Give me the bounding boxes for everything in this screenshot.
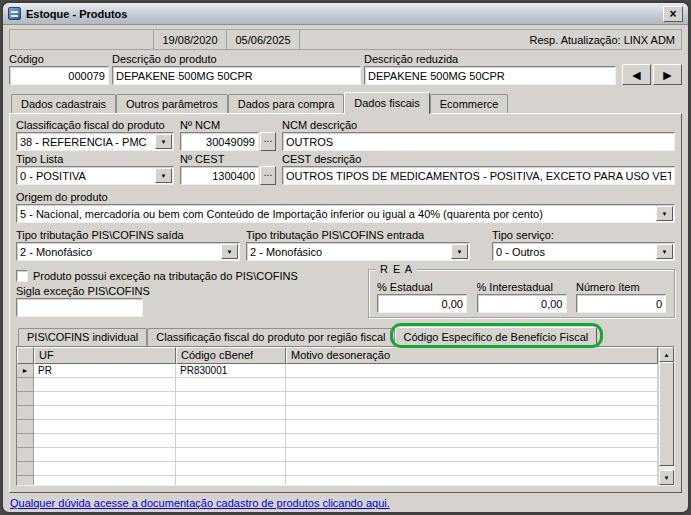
pis-saida-value: 2 - Monofásico [17,243,220,260]
cadastro-date-field[interactable]: 19/08/2020 [154,30,227,49]
codigo-input[interactable] [9,66,109,85]
codigo-label: Código [9,53,109,66]
cest-input[interactable] [180,166,259,185]
excecao-pis-checkbox[interactable] [16,270,28,282]
row-selector-cell [17,392,34,406]
dropdown-button[interactable]: ▼ [221,244,238,259]
numero-item-input[interactable] [576,294,666,313]
cell-cbenef [176,462,286,476]
tipo-servico-value: 0 - Outros [493,243,655,260]
chevron-down-icon: ▼ [161,173,167,179]
descricao-produto-input[interactable] [112,66,361,85]
estoque-produtos-window: Estoque - Produtos × 19/08/2020 05/06/20… [1,1,690,514]
cell-uf [34,406,176,420]
row-selector-cell [17,462,34,476]
cell-cbenef[interactable]: PR830001 [176,364,286,378]
cell-uf [34,462,176,476]
window-title: Estoque - Produtos [26,8,127,20]
subtab-classificacao-regiao-fiscal[interactable]: Classificação fiscal do produto por regi… [147,328,394,346]
subtab-codigo-beneficio-fiscal[interactable]: Código Específico de Benefício Fiscal [395,327,598,347]
scroll-up-button[interactable]: ▲ [659,347,674,362]
tipo-servico-select[interactable]: 0 - Outros ▼ [492,242,675,261]
dados-fiscais-panel: Classificação fiscal do produto 38 - REF… [9,113,682,493]
grid-header-motivo[interactable]: Motivo desoneração [286,347,658,364]
row-selector-cell [17,448,34,462]
origem-produto-label: Origem do produto [16,191,675,204]
titlebar[interactable]: Estoque - Produtos × [3,3,688,25]
origem-produto-select[interactable]: 5 - Nacional, mercadoria ou bem com Cont… [16,204,675,223]
product-identification-row: Código Descrição do produto Descrição re… [9,53,682,85]
cell-motivo [286,462,658,476]
grid-row-selected[interactable]: ► PR PR830001 [17,364,658,378]
cell-motivo[interactable] [286,364,658,378]
chevron-down-icon: ▼ [457,249,463,255]
tab-outros-parametros[interactable]: Outros parâmetros [116,94,228,113]
classificacao-fiscal-select[interactable]: 38 - REFERENCIA - PMC ▼ [16,132,174,151]
documentation-link[interactable]: Qualquer dúvida acesse a documentação ca… [10,497,390,509]
chevron-down-icon: ▼ [161,139,167,145]
grid-row-empty[interactable] [17,406,658,420]
ncm-descricao-label: NCM descrição [282,119,675,132]
grid-row-empty[interactable] [17,420,658,434]
ncm-input[interactable] [180,132,259,151]
dropdown-button[interactable]: ▼ [656,206,673,221]
descricao-reduzida-input[interactable] [364,66,616,85]
sigla-excecao-input[interactable] [16,298,143,317]
cest-descricao-input[interactable] [282,166,675,185]
origem-produto-value: 5 - Nacional, mercadoria ou bem com Cont… [17,205,655,222]
cell-cbenef [176,378,286,392]
pis-saida-select[interactable]: 2 - Monofásico ▼ [16,242,240,261]
window-content: 19/08/2020 05/06/2025 Resp. Atualização:… [3,25,688,512]
grid-header-cbenef[interactable]: Código cBenef [176,347,286,364]
cell-motivo [286,434,658,448]
scroll-thumb[interactable] [659,362,674,466]
atualizacao-date-field[interactable]: 05/06/2025 [227,30,300,49]
fiscal-subtabs: PIS\COFINS individual Classificação fisc… [16,327,675,346]
dropdown-button[interactable]: ▼ [656,244,673,259]
cell-cbenef [176,434,286,448]
tab-ecommerce[interactable]: Ecommerce [430,94,509,113]
dropdown-button[interactable]: ▼ [155,168,172,183]
classificacao-fiscal-value: 38 - REFERENCIA - PMC [17,133,154,150]
close-button[interactable]: × [663,6,683,22]
ncm-lookup-button[interactable]: ... [260,132,276,151]
grid-header-selector [17,347,34,364]
ncm-label: Nº NCM [180,119,276,132]
arrow-right-icon: ► [661,68,675,82]
pis-entrada-select[interactable]: 2 - Monofásico ▼ [246,242,470,261]
cell-uf [34,392,176,406]
grid-header-uf[interactable]: UF [34,347,176,364]
grid-row-empty[interactable] [17,434,658,448]
resp-atualizacao-label: Resp. Atualização: LINX ADM [300,30,681,49]
grid-row-empty[interactable] [17,448,658,462]
ncm-descricao-input[interactable] [282,132,675,151]
scroll-up-icon: ▲ [664,352,670,358]
previous-record-button[interactable]: ◄ [622,64,651,85]
grid-row-empty[interactable] [17,476,658,485]
cell-uf [34,378,176,392]
cest-lookup-button[interactable]: ... [260,166,276,185]
tipo-lista-select[interactable]: 0 - POSITIVA ▼ [16,166,174,185]
scroll-down-button[interactable]: ▼ [659,470,674,485]
interestadual-input[interactable] [477,294,567,313]
next-record-button[interactable]: ► [653,64,682,85]
cell-uf[interactable]: PR [34,364,176,378]
grid-header: UF Código cBenef Motivo desoneração [17,347,658,364]
tab-dados-fiscais[interactable]: Dados fiscais [344,92,429,114]
grid-row-empty[interactable] [17,462,658,476]
grid-row-empty[interactable] [17,392,658,406]
record-navigation: ◄ ► [619,64,682,85]
tab-dados-para-compra[interactable]: Dados para compra [228,94,345,113]
estadual-input[interactable] [377,294,467,313]
vertical-scrollbar[interactable]: ▲ ▼ [658,347,674,485]
cell-cbenef [176,420,286,434]
tab-dados-cadastrais[interactable]: Dados cadastrais [11,94,116,113]
dropdown-button[interactable]: ▼ [451,244,468,259]
grid-row-empty[interactable] [17,378,658,392]
cell-cbenef [176,406,286,420]
row-selector-cell [17,420,34,434]
subtab-pis-cofins-individual[interactable]: PIS\COFINS individual [18,328,147,346]
estadual-label: % Estadual [377,281,467,294]
scroll-track[interactable] [659,362,674,470]
dropdown-button[interactable]: ▼ [155,134,172,149]
